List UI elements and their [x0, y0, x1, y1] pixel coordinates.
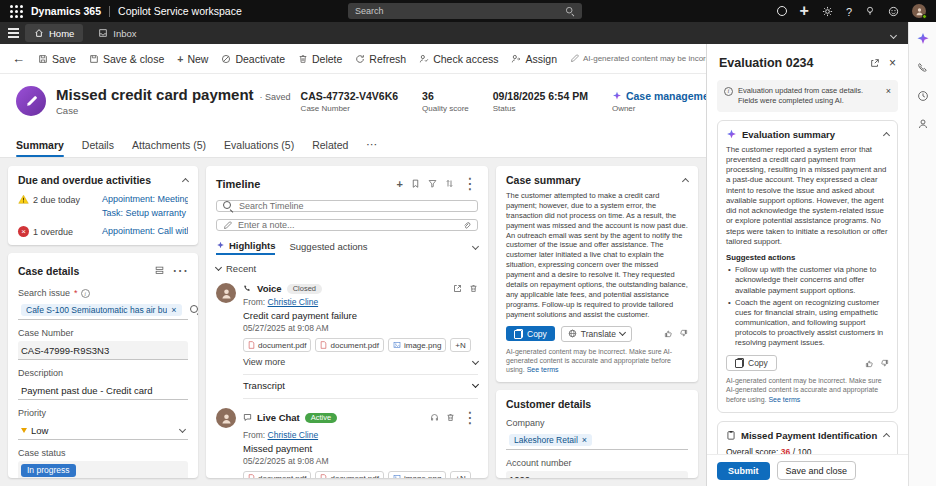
thumbs-up-icon[interactable] [865, 359, 874, 368]
remove-tag-icon[interactable] [171, 305, 176, 315]
form-switcher-icon[interactable] [155, 266, 164, 275]
copy-button[interactable]: Copy [506, 326, 555, 341]
sort-icon[interactable] [445, 179, 454, 188]
timeline-search[interactable] [216, 200, 478, 212]
thumbs-up-icon[interactable] [664, 329, 673, 338]
attachment-chip[interactable]: document.pdf [243, 338, 311, 352]
deactivate-button[interactable]: Deactivate [221, 53, 285, 65]
company-tag[interactable]: Lakeshore Retail [509, 434, 592, 446]
attachment-chip[interactable]: document.pdf [243, 471, 311, 478]
delete-button[interactable]: Delete [298, 53, 342, 65]
tab-inbox[interactable]: Inbox [89, 24, 145, 42]
more-attachments-chip[interactable]: +N [450, 471, 470, 478]
save-and-close-button[interactable]: Save & close [89, 53, 164, 65]
tab-details[interactable]: Details [82, 132, 114, 157]
recent-section-toggle[interactable]: Recent [216, 263, 478, 274]
attachment-chip[interactable]: image.png [388, 338, 446, 352]
attachment-chip[interactable]: image.png [388, 471, 446, 478]
contact-link[interactable]: Christie Cline [268, 297, 319, 307]
popout-icon[interactable] [870, 58, 880, 68]
help-icon[interactable] [846, 2, 852, 20]
see-terms-link[interactable]: See terms [527, 366, 559, 373]
description-control[interactable]: Payment past due - Credit card [18, 381, 188, 400]
gear-icon[interactable] [822, 6, 833, 17]
note-input[interactable] [238, 220, 456, 230]
thumbs-down-icon[interactable] [880, 359, 889, 368]
priority-control[interactable]: Low [18, 421, 188, 440]
lightbulb-icon[interactable] [865, 6, 875, 16]
priority-dropdown-chevron[interactable] [179, 425, 186, 432]
tab-home[interactable]: Home [25, 24, 83, 42]
presence-icon[interactable] [777, 6, 787, 16]
activity-link[interactable]: Task: Setup warranty ac... [98, 208, 188, 218]
attachment-chip[interactable]: document.pdf [315, 471, 383, 478]
translate-button[interactable]: Translate [561, 326, 632, 342]
case-summary-collapse-chevron[interactable] [682, 177, 689, 184]
bookmark-icon[interactable] [411, 179, 420, 188]
history-rail-icon[interactable] [917, 90, 929, 102]
check-access-button[interactable]: Check access [419, 53, 498, 65]
info-icon[interactable] [81, 289, 90, 298]
phone-rail-icon[interactable] [917, 62, 929, 74]
sitemap-menu-icon[interactable] [8, 28, 19, 37]
search-issue-control[interactable]: Cafe S-100 Semiautomatic has air bu [18, 301, 188, 320]
contact-link[interactable]: Christie Cline [268, 430, 319, 440]
timeline-entry-livechat[interactable]: Live Chat Active From: Christie Cline Mi… [216, 408, 478, 478]
evaluation-scroll-area[interactable]: Evaluation summary The customer reported… [707, 120, 908, 455]
close-panel-icon[interactable] [889, 56, 896, 70]
tab-summary[interactable]: Summary [16, 132, 64, 157]
dismiss-banner-icon[interactable] [886, 86, 891, 106]
company-control[interactable]: Lakeshore Retail [506, 431, 688, 450]
back-button[interactable] [12, 51, 25, 66]
app-launcher-icon[interactable] [10, 5, 23, 18]
timeline-entry-voice[interactable]: Voice Closed From: Christie Cline Credit… [216, 283, 478, 399]
see-terms-link[interactable]: See terms [768, 396, 800, 403]
tab-suggested-actions[interactable]: Suggested actions [289, 241, 367, 254]
timeline-tabs-collapse-chevron[interactable] [472, 243, 479, 250]
scorecard-collapse-chevron[interactable] [883, 433, 890, 440]
delete-icon[interactable] [469, 284, 478, 293]
add-icon[interactable] [800, 2, 809, 20]
attachment-chip[interactable]: document.pdf [315, 338, 383, 352]
transcript-toggle[interactable]: Transcript [243, 380, 478, 391]
copilot-rail-icon[interactable] [916, 32, 930, 46]
form-tabs-overflow-icon[interactable] [366, 132, 377, 157]
tab-related[interactable]: Related [312, 132, 348, 157]
refresh-button[interactable]: Refresh [355, 53, 406, 65]
timeline-search-input[interactable] [239, 201, 471, 211]
due-activities-collapse-chevron[interactable] [182, 177, 189, 184]
assign-button[interactable]: Assign [511, 53, 557, 65]
search-issue-tag[interactable]: Cafe S-100 Semiautomatic has air bu [21, 304, 182, 316]
tab-evaluations[interactable]: Evaluations (5) [224, 132, 294, 157]
case-details-overflow-icon[interactable] [172, 261, 188, 280]
global-search-input[interactable] [355, 6, 559, 16]
lookup-search-icon[interactable] [190, 305, 198, 315]
delete-icon[interactable] [446, 413, 455, 422]
remove-tag-icon[interactable] [582, 435, 587, 445]
note-composer[interactable] [216, 219, 478, 231]
save-and-close-button[interactable]: Save and close [777, 461, 857, 480]
paperclip-icon[interactable] [462, 221, 471, 230]
save-button[interactable]: Save [38, 53, 76, 65]
more-attachments-chip[interactable]: +N [450, 338, 470, 352]
tab-highlights[interactable]: Highlights [216, 240, 275, 255]
entry-more-icon[interactable] [462, 408, 478, 427]
headset-icon[interactable] [430, 413, 439, 422]
feedback-smiley-icon[interactable] [888, 6, 899, 17]
evaluation-summary-collapse-chevron[interactable] [883, 131, 890, 138]
tab-attachments[interactable]: Attachments (5) [132, 132, 206, 157]
tabstrip-overflow-chevron[interactable] [891, 24, 900, 42]
activity-link[interactable]: Appointment: Meeting... [98, 194, 188, 204]
global-search[interactable] [348, 3, 582, 19]
new-button[interactable]: New [177, 53, 208, 65]
activity-link[interactable]: Appointment: Call with... [98, 226, 188, 236]
submit-button[interactable]: Submit [717, 462, 770, 480]
filter-icon[interactable] [428, 179, 437, 188]
timeline-add-icon[interactable] [397, 178, 403, 190]
view-more-toggle[interactable]: View more [243, 357, 478, 367]
contacts-rail-icon[interactable] [917, 118, 929, 130]
open-record-icon[interactable] [453, 284, 462, 293]
copy-button[interactable]: Copy [726, 355, 777, 371]
user-avatar[interactable] [912, 4, 926, 18]
timeline-more-icon[interactable] [462, 174, 478, 193]
